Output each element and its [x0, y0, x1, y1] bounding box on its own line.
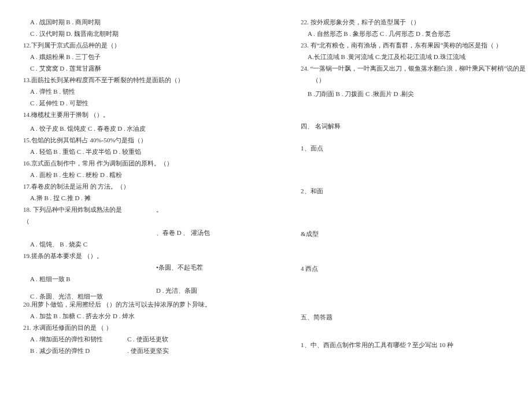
section5-item1: 1、中、西面点制作常用的工具有哪些？至少写出 10 种	[301, 339, 515, 351]
page-container: A . 战国时期 B . 商周时期 C . 汉代时期 D. 魏晋南北朝时期 12…	[0, 0, 532, 368]
q14-options: A . 饺子皮 B. 馄饨皮 C . 春卷皮 D . 水油皮	[23, 123, 254, 134]
q21-stem: 21. 水调面坯修面的目的是 （ ）	[23, 322, 254, 333]
right-column: 22. 按外观形象分类，粽子的造型属于 （） A . 自然形态 B . 象形形态…	[301, 16, 515, 356]
q15-options: A . 轻馅 B . 重馅 C . 半皮半馅 D . 较重馅	[23, 146, 254, 157]
q14-stem: 14.橄榄杖主要用于擀制 （）。	[23, 109, 254, 120]
q17-stem: 17.春卷皮的制法是运用 的 方法。（）	[23, 181, 254, 192]
q18-opt-right: 、春卷 D 、 灌汤包	[139, 227, 210, 238]
q20-stem: 20.用萝卜做馅，采用擦经后 （）的方法可以去掉浓厚的萝卜异味。	[23, 299, 254, 310]
q22-stem: 22. 按外观形象分类，粽子的造型属于 （）	[301, 16, 515, 28]
q13-option-line2: C . 延伸性 D . 可塑性	[23, 97, 254, 109]
q15-stem: 15.包馅的比例其馅料占 40%-50%勺是指（）	[23, 134, 254, 146]
q12-option-line2: C . 艾窝窝 D . 莲茸甘露酥	[23, 62, 254, 74]
q11-option-line2: C . 汉代时期 D. 魏晋南北朝时期	[23, 28, 254, 39]
q23-stem: 23. 有“北有粮仓，南有渔场，西有畜群，东有果园”美称的地区是指（ ）	[301, 39, 515, 51]
q13-stem: 13.面筋拉长到某种程度而不至于断裂的特性是面筋的（）	[23, 74, 254, 86]
q24-stem: 24. “一落锅一叶飘，一叶离面又出刀，银鱼落水翻白浪，柳叶乘风下树梢”说的是	[301, 62, 515, 74]
q24-paren: （）	[301, 74, 515, 86]
q12-stem: 12.下列属于京式面点品种的是（）	[23, 39, 254, 51]
q19-row1: •条圆、不起毛茬	[23, 262, 254, 273]
q19-opt-a: A . 粗细一致 B	[23, 273, 254, 285]
section4-item3: &成型	[301, 228, 515, 240]
q21-opt-c: C . 使面坯更软	[127, 333, 168, 345]
q22-options: A . 自然形态 B . 象形形态 C . 几何形态 D . 复合形态	[301, 28, 515, 39]
q18-row1: 18. 下列品种中采用炸制成熟法的是 。	[23, 204, 254, 215]
q13-option-line1: A . 弹性 B . 韧性	[23, 86, 254, 97]
q18-paren: （	[23, 215, 254, 227]
q18-stem: 18. 下列品种中采用炸制成熟法的是	[23, 204, 139, 215]
section4-item4: 4 西点	[301, 263, 515, 274]
q18-row2: 、春卷 D 、 灌汤包	[23, 227, 254, 238]
q16-options: A . 面粉 B . 生粉 C . 粳粉 D . 糯粉	[23, 169, 254, 181]
q11-option-line1: A . 战国时期 B . 商周时期	[23, 16, 254, 28]
q12-option-line1: A . 娥姐粉果 B . 三丁包子	[23, 51, 254, 62]
q21-opt-b: B . 减少面坯的弹性 D	[23, 345, 127, 356]
q20-options: A . 加盐 B . 加糖 C . 挤去水分 D . 焯水	[23, 310, 254, 322]
section4-item1: 1、面点	[301, 142, 515, 154]
section4-title: 四、 名词解释	[301, 120, 515, 132]
section5-title: 五、简答题	[301, 311, 515, 323]
q21-row2: B . 减少面坯的弹性 D . 使面坯更坚实	[23, 345, 254, 356]
q19-dot-right: •条圆、不起毛茬	[139, 262, 203, 273]
left-column: A . 战国时期 B . 商周时期 C . 汉代时期 D. 魏晋南北朝时期 12…	[23, 16, 254, 356]
q21-row1: A . 增加面坯的弹性和韧性 C . 使面坯更软	[23, 333, 254, 345]
q21-opt-d: . 使面坯更坚实	[127, 345, 169, 356]
q16-stem: 16.京式面点制作中，常用 作为调制面团的原料。（）	[23, 157, 254, 169]
q21-opt-a: A . 增加面坯的弹性和韧性	[23, 333, 127, 345]
q24-options: B .刀削面 B . 刀拨面 C .揪面片 D .剔尖	[301, 88, 515, 100]
q23-options: A.长江流域 B .黄河流域 C.龙江及松花江流域 D.珠江流域	[301, 51, 515, 62]
q17-options: A.擀 B . 捏 C.推 D . 摊	[23, 192, 254, 204]
q18-opt-left: A . 馄饨、 B . 烧卖 C	[23, 238, 254, 250]
q19-stem: 19.搓条的基本要求是 （）。	[23, 250, 254, 262]
section4-item2: 2、和面	[301, 185, 515, 197]
q18-blank: 。	[139, 204, 162, 215]
